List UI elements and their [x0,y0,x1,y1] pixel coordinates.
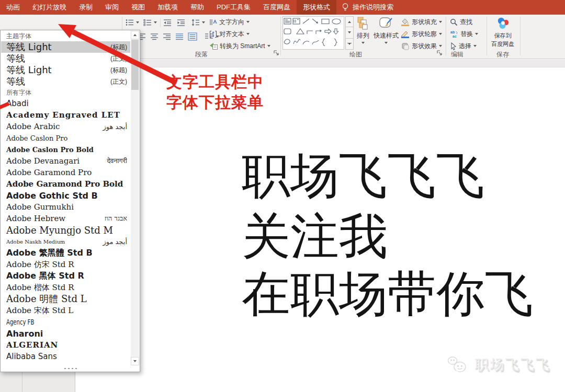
cursor-icon [450,42,457,50]
font-item[interactable]: Adobe 宋体 Std L [1,305,130,316]
font-item[interactable]: Aharoni [1,328,130,339]
font-item[interactable]: Adobe Garamond Pro [1,167,130,178]
numbering-button[interactable] [143,17,157,28]
shape-outline-button[interactable]: 形状轮廓 [401,28,442,40]
tab-baidu-netdisk[interactable]: 百度网盘 [257,0,297,15]
gallery-down-button[interactable] [345,27,354,38]
scroll-down-button[interactable] [131,357,139,365]
font-item[interactable]: Adobe 繁黑體 Std B [1,247,130,259]
ribbon-tab-bar: 动画幻灯片放映录制审阅视图加载项帮助PDF工具集百度网盘形状格式 操作说明搜索 [0,0,565,15]
save-group-label: 保存 [490,50,516,59]
slide-text-line[interactable]: 在职场带你飞 [242,269,534,320]
font-item[interactable]: Adobe Caslon Pro [1,132,130,144]
tab-shape-format[interactable]: 形状格式 [297,0,336,15]
slide-text-line[interactable]: 关注我 [242,211,388,262]
drawing-dialog-launcher[interactable] [436,50,443,56]
font-item-sample: देवनागरी [107,157,127,165]
font-item[interactable]: Adobe Myungjo Std M [1,224,130,236]
tab-slideshow[interactable]: 幻灯片放映 [26,0,73,15]
font-item[interactable]: Adobe Devanagariदेवनागरी [1,155,130,167]
font-item[interactable]: Adobe Caslon Pro Bold [1,144,130,155]
theme-font-item[interactable]: 等线(正文) [1,76,130,87]
scrollbar-thumb[interactable] [131,40,139,90]
font-item[interactable]: Adobe Arabicأبجد هوز [1,121,130,132]
decrease-indent-button[interactable] [163,17,172,28]
font-item[interactable]: Adobe Garamond Pro Bold [1,178,130,190]
distribute-icon [188,32,197,41]
convert-smartart-button[interactable]: 转换为 SmartArt [209,40,270,52]
font-item[interactable]: Adobe 明體 Std L [1,293,130,305]
slide-text-line[interactable]: 职场飞飞飞 [242,151,485,202]
font-item[interactable]: Adobe 仿宋 Std R [1,259,130,270]
align-center-button[interactable] [150,31,159,42]
group-separator [280,17,281,55]
gallery-more-button[interactable] [345,39,354,50]
font-item-name: Adobe Gurmukhi [6,202,127,212]
tab-help[interactable]: 帮助 [184,0,210,15]
font-item[interactable]: ALGERIAN [1,339,130,351]
tab-animations[interactable]: 动画 [0,0,26,15]
gallery-up-button[interactable] [345,16,354,27]
select-label: 选择 [459,42,471,51]
font-item[interactable]: Adobe Naskh Mediumأبجد موز [1,236,130,247]
search-icon [450,18,458,26]
font-item-name: Adobe Garamond Pro Bold [6,179,127,189]
tab-pdf-tools[interactable]: PDF工具集 [210,0,257,15]
font-item[interactable]: Adobe Gothic Std B [1,190,130,201]
shape-gallery[interactable] [282,16,344,50]
bullets-button[interactable] [126,17,139,28]
theme-font-item[interactable]: 等线 Light(标题) [1,64,130,76]
tell-me-search[interactable]: 操作说明搜索 [336,0,399,15]
font-item-name: Adobe 黑体 Std R [6,271,127,282]
tab-addins[interactable]: 加载项 [151,0,184,15]
save-to-baidu-button[interactable]: 保存到 百度网盘 [488,16,518,51]
shape-effects-label: 形状效果 [412,42,437,51]
justify-button[interactable] [175,31,184,42]
font-item[interactable]: Adobe Hebrewאבגד הוז [1,213,130,224]
quick-styles-button[interactable]: 快速样式 [372,16,400,51]
font-item[interactable]: Adobe 黑体 Std R [1,270,130,282]
paragraph-dialog-launcher[interactable] [273,50,279,56]
text-direction-label: 文字方向 [219,18,244,27]
lightbulb-icon [342,3,349,12]
scroll-up-button[interactable] [131,31,139,39]
tab-view[interactable]: 视图 [125,0,151,15]
font-item-name: Adobe Caslon Pro Bold [6,146,127,154]
font-item-tag: (正文) [110,54,127,63]
theme-font-item[interactable]: 等线 Light(标题) [1,41,130,53]
distribute-text-button[interactable] [188,31,197,42]
tab-review[interactable]: 审阅 [99,0,125,15]
font-item[interactable]: Agency FB [1,316,130,328]
replace-button[interactable]: ab ac 替换 [450,28,478,40]
increase-indent-button[interactable] [177,17,185,28]
font-item[interactable]: Adobe 楷体 Std R [1,282,130,293]
align-text-button[interactable]: 对齐文本 [209,28,250,40]
slide-thumbnail-pane[interactable] [0,372,75,392]
editing-group-label: 编辑 [451,50,464,59]
font-item[interactable]: Abadi [1,98,130,109]
smartart-label: 转换为 SmartArt [220,42,265,51]
font-item[interactable]: Academy Engraved LET [1,109,130,121]
theme-font-item[interactable]: 等线(正文) [1,53,130,64]
group-separator [446,17,446,55]
drawing-group-label: 绘图 [340,50,371,59]
save-to-label: 保存到 [494,32,512,39]
search-label: 操作说明搜索 [353,3,393,12]
dropdown-scrollbar[interactable] [131,31,139,365]
dropdown-resize-grip[interactable] [1,366,139,371]
find-label: 查找 [460,18,472,27]
find-button[interactable]: 查找 [450,16,472,28]
font-item[interactable]: Adobe Gurmukhi [1,201,130,213]
font-item-name: Adobe Garamond Pro [6,168,127,177]
font-item-name: Agency FB [6,318,93,326]
text-direction-button[interactable]: 文字方向 [209,16,250,28]
shape-fill-button[interactable]: 形状填充 [401,16,442,28]
align-right-button[interactable] [163,31,171,42]
all-fonts-header: 所有字体 [1,87,130,98]
font-item-name: Adobe 宋体 Std L [6,306,127,316]
line-spacing-button[interactable] [191,17,205,28]
arrange-button[interactable]: 排列 [354,16,372,51]
tab-record[interactable]: 录制 [73,0,99,15]
thumbnail-pane-divider [22,372,22,392]
font-item[interactable]: Alibaba Sans [1,351,130,362]
